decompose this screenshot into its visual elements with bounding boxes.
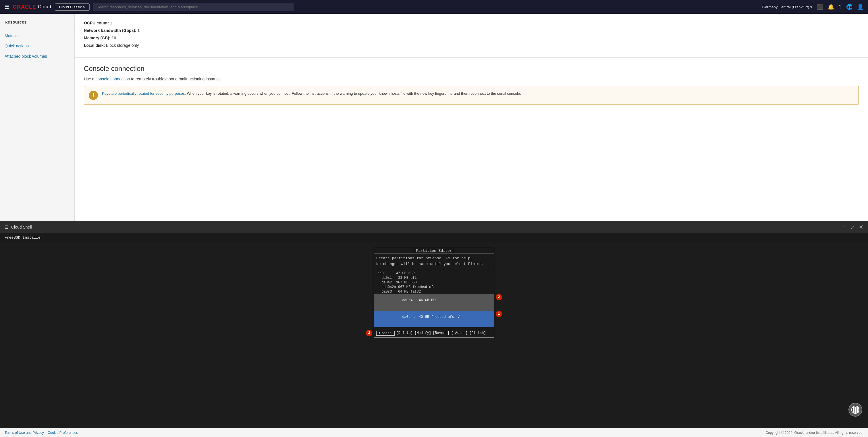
svg-rect-6 — [855, 411, 857, 413]
memory-value: 16 — [112, 36, 116, 40]
help-orb[interactable] — [848, 403, 862, 416]
partition-row-da0s4a[interactable]: da0s4a 40 GB freebsd-ufs / 1 — [374, 311, 494, 327]
svg-rect-3 — [853, 411, 855, 413]
svg-rect-8 — [857, 409, 859, 411]
network-row: Network bandwidth (Gbps): 1 — [84, 28, 859, 33]
local-disk-value: Block storage only — [106, 43, 139, 48]
region-label: Germany Central (Frankfurt) — [762, 5, 809, 9]
partition-row-da0s4[interactable]: da0s4 46 GB BSD 2 — [374, 294, 494, 311]
hamburger-icon[interactable]: ☰ — [5, 4, 9, 10]
partition-row-da0s2a: da0s2a 967 MB freebsd-ufs — [374, 285, 494, 289]
svg-rect-7 — [857, 407, 859, 409]
partition-editor-dialog: |Partition Editor| Create partitions for… — [374, 248, 494, 338]
cloud-classic-button[interactable]: Cloud Classic > — [55, 3, 90, 11]
pe-create-button[interactable]: [Create] — [376, 331, 395, 336]
memory-row: Memory (GB): 16 — [84, 36, 859, 40]
warning-box: ! Keys are periodically rotated for secu… — [84, 86, 859, 105]
globe-icon[interactable]: 🌐 — [846, 4, 852, 10]
close-icon[interactable]: ✕ — [859, 224, 863, 230]
freebsd-screen: |Partition Editor| Create partitions for… — [0, 242, 868, 428]
badge-3: 3 — [366, 330, 372, 336]
help-icon[interactable]: ? — [839, 4, 842, 10]
pe-instructions: Create partitions for pfSense, F1 for he… — [374, 254, 494, 270]
pe-revert-button[interactable]: [Revert] — [433, 331, 450, 336]
logo: ORACLE Cloud — [13, 4, 52, 10]
pe-finish-button[interactable]: [Finish] — [469, 331, 486, 336]
memory-label: Memory (GB): — [84, 36, 111, 40]
sidebar-item-attached-block-volumes[interactable]: Attached block volumes — [0, 51, 74, 61]
console-desc: Use a console connection to remotely tro… — [84, 77, 859, 81]
terminal-icon[interactable]: ⬛ — [817, 4, 823, 10]
warning-text: Keys are periodically rotated for securi… — [102, 91, 521, 96]
minimize-icon[interactable]: − — [842, 224, 846, 230]
search-input[interactable] — [93, 3, 294, 11]
console-section: Console connection Use a console connect… — [75, 58, 868, 118]
svg-rect-2 — [853, 409, 855, 411]
footer: Terms of Use and Privacy Cookie Preferen… — [0, 428, 868, 437]
cloud-text: Cloud — [38, 4, 52, 9]
navbar: ☰ ORACLE Cloud Cloud Classic > Germany C… — [0, 0, 868, 14]
network-value: 1 — [137, 28, 140, 33]
local-disk-label: Local disk: — [84, 43, 105, 48]
sidebar: Resources Metrics Quick actions Attached… — [0, 14, 75, 221]
console-connection-link[interactable]: console connection — [95, 77, 130, 81]
sidebar-item-quick-actions[interactable]: Quick actions — [0, 41, 74, 51]
network-label: Network bandwidth (Gbps): — [84, 28, 136, 33]
upper-section: Resources Metrics Quick actions Attached… — [0, 14, 868, 221]
terminal-area: FreeBSD Installer |Partition Editor| Cre… — [0, 233, 868, 428]
partition-row-da0s2: da0s2 967 MB BSD — [374, 280, 494, 285]
content-area: OCPU count: 1 Network bandwidth (Gbps): … — [75, 14, 868, 221]
ocpu-value: 1 — [110, 21, 112, 25]
chevron-down-icon: ▾ — [810, 5, 812, 9]
cookie-link[interactable]: Cookie Preferences — [48, 431, 78, 435]
pe-auto-button[interactable]: [ Auto ] — [451, 331, 468, 336]
local-disk-row: Local disk: Block storage only — [84, 43, 859, 48]
keys-rotated-link[interactable]: Keys are periodically rotated for securi… — [102, 91, 185, 96]
bell-icon[interactable]: 🔔 — [828, 4, 834, 10]
navbar-right: Germany Central (Frankfurt) ▾ ⬛ 🔔 ? 🌐 👤 — [762, 4, 863, 10]
footer-left: Terms of Use and Privacy Cookie Preferen… — [5, 431, 78, 435]
installer-label: FreeBSD Installer — [0, 233, 868, 242]
terms-link[interactable]: Terms of Use and Privacy — [5, 431, 44, 435]
partition-row-da0s3: da0s3 64 MB fat32 — [374, 289, 494, 294]
expand-icon[interactable]: ⤢ — [850, 224, 855, 230]
ocpu-row: OCPU count: 1 — [84, 21, 859, 25]
warning-icon: ! — [89, 91, 98, 100]
svg-rect-9 — [857, 411, 859, 413]
svg-rect-4 — [855, 407, 857, 409]
oracle-text: ORACLE — [13, 4, 36, 10]
lower-section: ☰ Cloud Shell − ⤢ ✕ FreeBSD Installer |P… — [0, 221, 868, 428]
cloud-shell-bar: ☰ Cloud Shell − ⤢ ✕ — [0, 221, 868, 233]
sidebar-section-title: Resources — [0, 20, 74, 28]
badge-2: 2 — [496, 294, 502, 300]
footer-right: Copyright © 2024, Oracle and/or its affi… — [766, 431, 863, 435]
shell-window-controls: − ⤢ ✕ — [842, 224, 863, 230]
cloud-shell-title: Cloud Shell — [11, 225, 32, 229]
partition-row-da0: da0 47 GB MBR — [374, 271, 494, 276]
pe-actions: 3 [Create] [Delete] [Modify] [Revert] [ … — [374, 329, 494, 337]
user-icon[interactable]: 👤 — [857, 4, 863, 10]
svg-rect-1 — [853, 407, 855, 409]
console-title: Console connection — [84, 65, 859, 73]
partition-row-da0s1: da0s1 33 MB efi — [374, 276, 494, 280]
shell-hamburger-icon[interactable]: ☰ — [5, 225, 8, 229]
pe-title-bar: |Partition Editor| — [374, 248, 494, 254]
region-selector[interactable]: Germany Central (Frankfurt) ▾ — [762, 5, 812, 9]
pe-delete-button[interactable]: [Delete] — [396, 331, 413, 336]
svg-rect-5 — [855, 409, 857, 411]
info-box: OCPU count: 1 Network bandwidth (Gbps): … — [75, 14, 868, 58]
sidebar-item-metrics[interactable]: Metrics — [0, 30, 74, 41]
badge-1: 1 — [496, 311, 502, 317]
ocpu-label: OCPU count: — [84, 21, 109, 25]
pe-modify-button[interactable]: [Modify] — [414, 331, 431, 336]
pe-partition-list: da0 47 GB MBR da0s1 33 MB efi da0s2 967 … — [374, 269, 494, 329]
